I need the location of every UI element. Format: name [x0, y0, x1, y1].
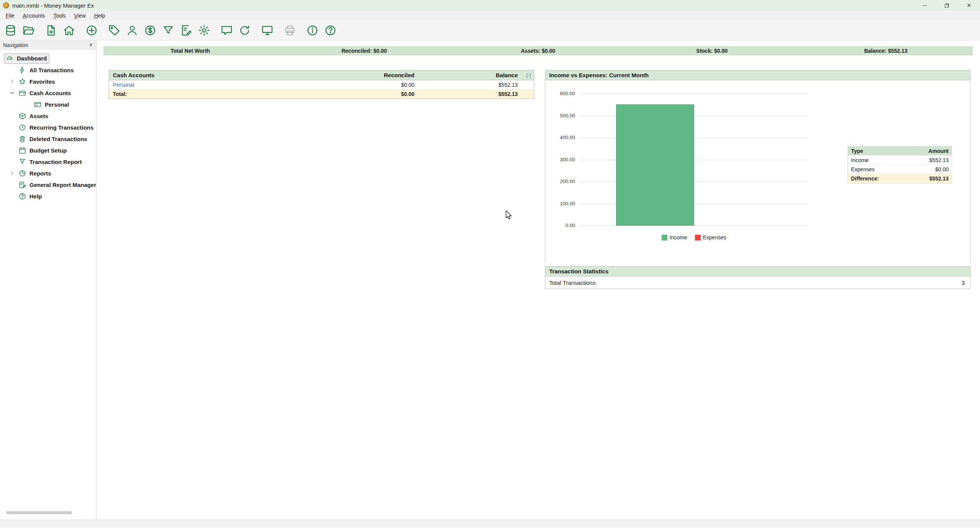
account-link[interactable]: Personal	[113, 82, 315, 88]
help-button[interactable]	[321, 22, 339, 39]
summary-item-1: Reconciled: $0.00	[277, 48, 451, 54]
title-bar: main.mmb - Money Manager Ex ✕	[0, 0, 980, 11]
navigation-header: Navigation ✕	[0, 41, 96, 50]
new-database-button[interactable]	[2, 22, 20, 39]
navigation-title: Navigation	[3, 42, 28, 48]
transaction-filter-button[interactable]	[159, 22, 177, 39]
categories-button[interactable]	[105, 22, 123, 39]
info-icon	[306, 24, 319, 37]
panel-title: Income vs Expenses: Current Month	[549, 72, 649, 78]
feedback-button[interactable]	[218, 22, 236, 39]
gridline	[580, 182, 808, 182]
sidebar-item-dashboard[interactable]: Dashboard	[0, 53, 96, 64]
column-header-reconciled: Reconciled	[315, 72, 414, 78]
folder-open-icon	[22, 24, 35, 37]
menu-label: Tools	[53, 13, 66, 19]
legend-label: Income	[670, 234, 687, 240]
app-icon	[3, 2, 9, 8]
sidebar-item-all-transactions[interactable]: All Transactions	[0, 64, 96, 76]
bar-chart: 0.00100.00200.00300.00400.00500.00600.00…	[545, 80, 970, 262]
dollar-icon	[144, 24, 157, 37]
y-axis-tick-label: 600.00	[545, 91, 575, 96]
workspace: Navigation ✕ DashboardAll TransactionsFa…	[0, 41, 980, 520]
minimize-button[interactable]	[913, 0, 936, 11]
filter-icon	[162, 24, 174, 37]
menu-file[interactable]: File	[2, 11, 19, 21]
menu-bar: FileAccountsToolsViewHelp	[0, 11, 980, 21]
menu-view[interactable]: View	[70, 11, 90, 21]
chevron-right-icon[interactable]	[6, 78, 18, 84]
menu-help[interactable]: Help	[90, 11, 109, 21]
circle-plus-icon	[85, 24, 98, 37]
sidebar-item-favorites[interactable]: Favorites	[0, 76, 96, 87]
y-axis-tick-label: 300.00	[545, 157, 575, 162]
gridline	[580, 116, 808, 116]
check-updates-button[interactable]	[236, 22, 254, 39]
sidebar-item-general-report-manager[interactable]: General Report Manager	[0, 179, 96, 190]
sidebar-horizontal-scrollbar[interactable]	[2, 511, 95, 514]
scrollbar-thumb[interactable]	[6, 511, 72, 514]
trash-icon	[18, 135, 26, 143]
cash-account-row: Personal$0.00$552.13	[109, 80, 534, 89]
home-icon	[63, 24, 75, 37]
legend-swatch	[695, 235, 701, 240]
navigation-close-icon[interactable]: ✕	[89, 42, 93, 48]
net-worth-summary-bar: Total Net WorthReconciled: $0.00Assets: …	[103, 46, 973, 55]
view-mode-button[interactable]	[258, 22, 276, 39]
chevron-right-icon[interactable]	[6, 170, 18, 176]
sidebar-item-label: Transaction Report	[29, 159, 82, 165]
table-row: Expenses$0.00	[848, 165, 952, 174]
menu-tools[interactable]: Tools	[49, 11, 70, 21]
open-database-button[interactable]	[20, 22, 38, 39]
type-cell: Income	[851, 157, 869, 163]
report-filter-icon	[18, 158, 26, 166]
account-icon	[34, 101, 42, 109]
recurring-icon	[18, 123, 26, 132]
panel-title: Cash Accounts	[113, 72, 315, 78]
balance-value: $552.13	[414, 91, 518, 97]
sidebar-item-reports[interactable]: Reports	[0, 167, 96, 179]
sidebar-item-cash-accounts[interactable]: Cash Accounts	[0, 87, 96, 99]
stats-value: 3	[962, 279, 965, 286]
cash-accounts-icon	[18, 89, 26, 97]
type-cell: Difference:	[851, 175, 879, 182]
printer-icon	[284, 24, 296, 37]
money-manager-window: main.mmb - Money Manager Ex ✕ FileAccoun…	[0, 0, 980, 528]
column-header-type: Type	[851, 148, 863, 154]
currency-button[interactable]	[141, 22, 159, 39]
right-column: Income vs Expenses: Current Month 0.0010…	[545, 70, 970, 289]
sidebar-item-assets[interactable]: Assets	[0, 110, 96, 122]
income-vs-expenses-panel: Income vs Expenses: Current Month 0.0010…	[545, 70, 970, 262]
new-transaction-button[interactable]	[83, 22, 101, 39]
about-button[interactable]	[303, 22, 321, 39]
sidebar-item-label: All Transactions	[29, 67, 74, 73]
cash-accounts-panel: Cash Accounts Reconciled Balance [-] Per…	[109, 70, 534, 99]
chevron-down-icon[interactable]	[6, 90, 18, 96]
column-header-amount: Amount	[928, 148, 949, 154]
sidebar-item-help[interactable]: Help	[0, 190, 96, 202]
collapse-link[interactable]: [-]	[518, 72, 531, 78]
sidebar-item-personal[interactable]: Personal	[0, 99, 96, 110]
menu-accounts[interactable]: Accounts	[19, 11, 49, 21]
home-page-button[interactable]	[60, 22, 78, 39]
close-button[interactable]: ✕	[958, 0, 980, 11]
refresh-icon	[238, 24, 251, 37]
budget-edit-button[interactable]	[177, 22, 195, 39]
restore-button[interactable]	[936, 0, 958, 11]
sidebar-item-transaction-report[interactable]: Transaction Report	[0, 156, 96, 167]
monitor-icon	[261, 24, 274, 37]
sidebar-item-budget-setup[interactable]: Budget Setup	[0, 145, 96, 156]
favorites-icon	[18, 78, 26, 86]
payees-button[interactable]	[123, 22, 141, 39]
transaction-statistics-panel: Transaction Statistics Total Transaction…	[545, 266, 970, 289]
database-icon	[4, 24, 17, 37]
sidebar-item-label: Personal	[45, 101, 69, 108]
status-bar	[0, 520, 980, 528]
column-header-balance: Balance	[414, 72, 518, 78]
assets-icon	[18, 112, 26, 120]
sidebar-item-deleted-transactions[interactable]: Deleted Transactions	[0, 133, 96, 145]
summary-item-0: Total Net Worth	[103, 48, 277, 54]
new-account-button[interactable]	[42, 22, 60, 39]
options-button[interactable]	[195, 22, 213, 39]
sidebar-item-recurring-transactions[interactable]: Recurring Transactions	[0, 122, 96, 133]
